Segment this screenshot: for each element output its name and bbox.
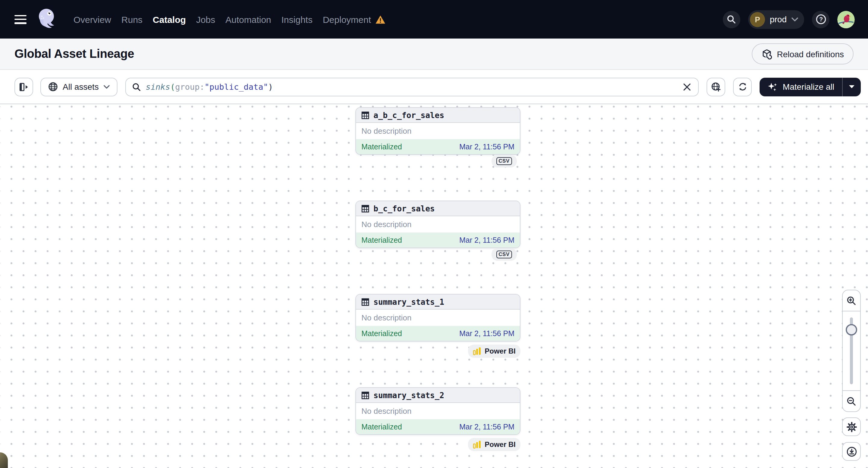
open-panel-icon xyxy=(19,82,29,92)
asset-node-header: a_b_c_for_sales xyxy=(356,108,520,123)
zoom-out-icon xyxy=(846,396,857,406)
asset-node-summary_stats_2[interactable]: summary_stats_2 No description Materiali… xyxy=(355,387,521,435)
nav-item-jobs[interactable]: Jobs xyxy=(196,14,215,24)
search-icon xyxy=(727,14,736,24)
nav-right: P prod ? xyxy=(723,10,855,29)
asset-description: No description xyxy=(356,216,520,232)
materialize-all-button[interactable]: Materialize all xyxy=(760,77,861,96)
tag-label: Power BI xyxy=(485,440,516,449)
nav-item-insights[interactable]: Insights xyxy=(281,14,312,24)
export-view-button[interactable] xyxy=(842,442,861,461)
asset-node-summary_stats_1[interactable]: summary_stats_1 No description Materiali… xyxy=(355,294,521,342)
asset-tag-csv[interactable]: CSV xyxy=(491,155,517,167)
nav-item-overview[interactable]: Overview xyxy=(73,14,111,24)
asset-node-b_c_for_sales[interactable]: b_c_for_sales No description Materialize… xyxy=(355,200,521,248)
minimap-corner xyxy=(0,453,8,468)
asset-status-row: Materialized Mar 2, 11:56 PM xyxy=(356,139,520,154)
caret-down-icon xyxy=(849,85,855,89)
global-asset-lineage-page: Overview Runs Catalog Jobs Automation In… xyxy=(0,0,868,468)
octopus-icon xyxy=(35,7,57,31)
reload-definitions-icon xyxy=(761,49,772,59)
top-nav: Overview Runs Catalog Jobs Automation In… xyxy=(0,0,868,38)
asset-selection-query: sinks(group:"public_data") xyxy=(146,82,273,92)
page-title: Global Asset Lineage xyxy=(14,47,134,61)
nav-search-button[interactable] xyxy=(723,10,740,28)
dagster-octopus-logo[interactable] xyxy=(35,7,57,31)
nav-item-deployment[interactable]: Deployment xyxy=(323,14,385,24)
zoom-control-panel xyxy=(842,290,861,412)
hamburger-icon[interactable] xyxy=(14,15,27,24)
reload-definitions-button[interactable]: Reload definitions xyxy=(751,43,854,64)
refresh-icon xyxy=(738,82,747,92)
lineage-canvas[interactable]: a_b_c_for_sales No description Materiali… xyxy=(0,104,868,468)
status-badge: Materialized xyxy=(362,423,402,431)
asset-tag-power-bi[interactable]: Power BI xyxy=(468,438,521,451)
asset-node-header: summary_stats_1 xyxy=(356,294,520,310)
asset-description: No description xyxy=(356,310,520,326)
open-sidebar-button[interactable] xyxy=(14,77,33,96)
zoom-in-button[interactable] xyxy=(843,290,860,311)
csv-kind-icon: CSV xyxy=(496,157,512,165)
chevron-down-icon xyxy=(103,85,110,89)
status-badge: Materialized xyxy=(362,329,402,338)
environment-initial: P xyxy=(750,12,765,27)
user-avatar-cardinal[interactable] xyxy=(837,10,855,28)
csv-kind-icon: CSV xyxy=(496,251,512,258)
avatar-image xyxy=(837,10,855,28)
sparkle-icon xyxy=(768,82,778,92)
close-icon xyxy=(683,83,691,91)
status-badge: Materialized xyxy=(362,143,402,151)
environment-switcher[interactable]: P prod xyxy=(748,10,804,29)
nav-item-automation[interactable]: Automation xyxy=(225,14,271,24)
reload-definitions-label: Reload definitions xyxy=(777,49,844,59)
asset-description: No description xyxy=(356,403,520,419)
globe-icon xyxy=(48,82,58,92)
lineage-toolbar: All assets sinks(group:"public_data") xyxy=(0,70,868,104)
download-icon xyxy=(846,446,857,457)
asset-status-row: Materialized Mar 2, 11:56 PM xyxy=(356,419,520,434)
nav-item-runs[interactable]: Runs xyxy=(121,14,143,24)
table-icon xyxy=(362,111,369,119)
asset-name: summary_stats_2 xyxy=(373,391,444,400)
asset-selection-input[interactable]: sinks(group:"public_data") xyxy=(125,77,699,96)
asset-node-header: b_c_for_sales xyxy=(356,201,520,216)
asset-name: a_b_c_for_sales xyxy=(373,111,444,120)
svg-text:?: ? xyxy=(819,16,823,23)
zoom-slider-thumb[interactable] xyxy=(846,324,857,336)
materialization-timestamp: Mar 2, 11:56 PM xyxy=(459,236,515,244)
table-icon xyxy=(362,391,369,399)
asset-name: b_c_for_sales xyxy=(373,204,435,213)
zoom-out-button[interactable] xyxy=(843,391,860,411)
environment-name: prod xyxy=(770,14,787,24)
lineage-settings-button[interactable] xyxy=(842,417,861,436)
view-filter-button[interactable] xyxy=(707,77,725,96)
asset-node-header: summary_stats_2 xyxy=(356,388,520,403)
power-bi-icon xyxy=(472,347,481,355)
zoom-slider[interactable] xyxy=(843,311,860,391)
warning-triangle-icon xyxy=(375,15,385,24)
asset-status-row: Materialized Mar 2, 11:56 PM xyxy=(356,326,520,341)
clear-query-button[interactable] xyxy=(679,79,695,95)
power-bi-icon xyxy=(472,440,481,449)
status-badge: Materialized xyxy=(362,236,402,244)
globe-plus-icon xyxy=(711,82,721,92)
asset-tag-csv[interactable]: CSV xyxy=(491,248,517,261)
asset-description: No description xyxy=(356,123,520,139)
materialization-timestamp: Mar 2, 11:56 PM xyxy=(459,329,515,338)
asset-status-row: Materialized Mar 2, 11:56 PM xyxy=(356,232,520,248)
chevron-down-icon xyxy=(792,17,798,21)
tag-label: Power BI xyxy=(485,347,516,355)
materialize-options-button[interactable] xyxy=(842,77,861,96)
asset-scope-dropdown[interactable]: All assets xyxy=(40,77,118,96)
materialization-timestamp: Mar 2, 11:56 PM xyxy=(459,143,515,151)
asset-node-a_b_c_for_sales[interactable]: a_b_c_for_sales No description Materiali… xyxy=(355,107,521,155)
zoom-in-icon xyxy=(846,295,857,306)
refresh-button[interactable] xyxy=(733,77,752,96)
asset-tag-power-bi[interactable]: Power BI xyxy=(468,345,521,358)
nav-item-catalog[interactable]: Catalog xyxy=(153,14,186,24)
help-icon: ? xyxy=(815,14,826,25)
asset-scope-label: All assets xyxy=(63,82,99,92)
help-button[interactable]: ? xyxy=(812,10,830,28)
materialize-all-main[interactable]: Materialize all xyxy=(760,77,842,96)
materialization-timestamp: Mar 2, 11:56 PM xyxy=(459,423,515,431)
